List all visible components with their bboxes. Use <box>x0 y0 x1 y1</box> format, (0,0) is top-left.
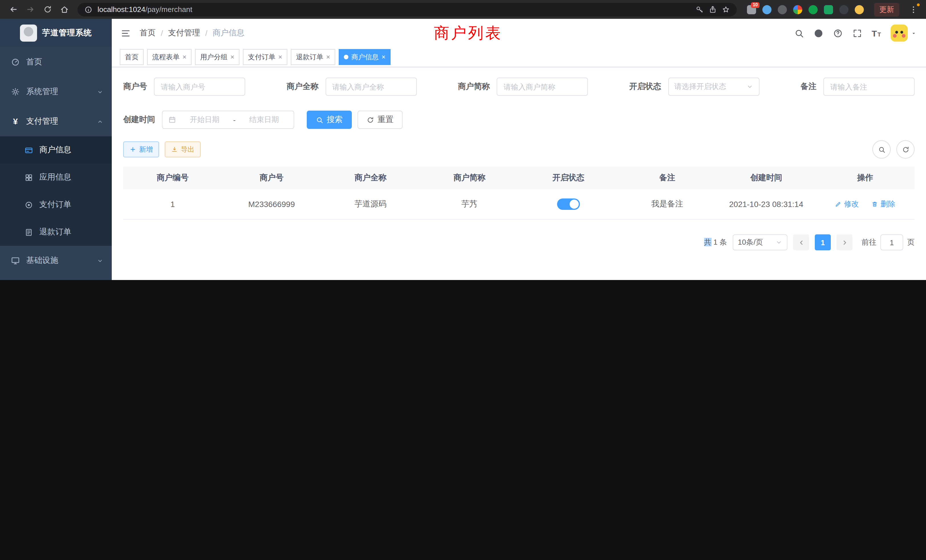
col-short-name: 商户简称 <box>420 166 519 189</box>
breadcrumb-merchant: 商户信息 <box>213 28 245 38</box>
pagination-total: 共 1 条 <box>704 237 727 248</box>
breadcrumb: 首页 / 支付管理 / 商户信息 <box>140 28 245 38</box>
page-content: 商户号 商户全称 商户简称 开启状态 请选择开启状态 <box>112 67 926 280</box>
extension-icon-4[interactable] <box>793 5 802 14</box>
merchant-short-label: 商户简称 <box>458 82 490 92</box>
font-size-icon[interactable]: T T <box>872 29 881 37</box>
remark-label: 备注 <box>800 82 817 92</box>
filter-merchant-name: 商户全称 <box>286 77 416 96</box>
user-menu[interactable] <box>891 24 917 42</box>
github-icon[interactable] <box>813 28 823 38</box>
search-icon <box>316 116 323 123</box>
filter-create-time: 创建时间 开始日期 - 结束日期 <box>123 110 294 129</box>
address-bar[interactable]: localhost:1024/pay/merchant <box>77 3 737 16</box>
tab-home[interactable]: 首页 <box>120 49 144 65</box>
merchant-no-label: 商户号 <box>123 82 147 92</box>
browser-update-button[interactable]: 更新 <box>874 3 899 16</box>
add-button[interactable]: 新增 <box>123 141 159 157</box>
date-range-picker[interactable]: 开始日期 - 结束日期 <box>162 110 294 129</box>
search-icon[interactable] <box>794 28 804 38</box>
target-icon <box>24 200 33 209</box>
tab-pay-order[interactable]: 支付订单 × <box>243 49 287 65</box>
extension-icon-1[interactable]: 10 <box>747 5 756 14</box>
password-key-icon[interactable] <box>696 5 704 14</box>
site-info-icon[interactable] <box>85 5 92 14</box>
close-icon[interactable]: × <box>326 54 330 61</box>
refresh-table-button[interactable] <box>896 140 915 159</box>
sidebar-item-dev-tools[interactable]: 研发工具 <box>0 275 112 280</box>
breadcrumb-home[interactable]: 首页 <box>140 28 156 38</box>
reload-icon <box>43 5 51 14</box>
chevron-down-icon <box>775 239 782 246</box>
delete-link[interactable]: 删除 <box>871 199 895 209</box>
sidebar-item-pay-order[interactable]: 支付订单 <box>0 191 112 218</box>
search-button[interactable]: 搜索 <box>307 110 352 129</box>
page-number-button[interactable]: 1 <box>815 235 831 250</box>
extension-icon-6[interactable] <box>824 5 833 14</box>
hamburger-icon[interactable] <box>121 28 130 38</box>
status-placeholder: 请选择开启状态 <box>674 82 726 92</box>
tab-process-form[interactable]: 流程表单 × <box>147 49 192 65</box>
sidebar-item-merchant-info[interactable]: 商户信息 <box>0 136 112 163</box>
url-text: localhost:1024/pay/merchant <box>97 5 192 14</box>
merchant-short-input[interactable] <box>497 77 588 96</box>
status-select[interactable]: 请选择开启状态 <box>668 77 759 96</box>
share-icon[interactable] <box>709 5 717 14</box>
tab-user-group[interactable]: 用户分组 × <box>195 49 239 65</box>
reset-button[interactable]: 重置 <box>357 110 402 129</box>
sidebar-item-app-info[interactable]: 应用信息 <box>0 163 112 191</box>
extension-icon-8[interactable] <box>855 5 864 14</box>
remark-input[interactable] <box>823 77 915 96</box>
extension-icon-5[interactable] <box>808 5 818 14</box>
sidebar-item-refund-order[interactable]: 退款订单 <box>0 218 112 246</box>
goto-page-input[interactable] <box>881 235 903 250</box>
extension-icon-7[interactable] <box>839 5 849 14</box>
filter-merchant-short: 商户简称 <box>458 77 588 96</box>
toggle-search-button[interactable] <box>872 140 891 159</box>
tab-refund-order[interactable]: 退款订单 × <box>291 49 335 65</box>
status-toggle[interactable] <box>557 198 580 210</box>
grid-icon <box>24 173 33 182</box>
close-icon[interactable]: × <box>183 54 186 61</box>
close-icon[interactable]: × <box>381 54 386 61</box>
extension-icon-3[interactable] <box>778 5 787 14</box>
sidebar-item-home[interactable]: 首页 <box>0 47 112 77</box>
merchant-name-input[interactable] <box>325 77 416 96</box>
home-icon <box>60 5 69 14</box>
sidebar-logo[interactable]: 芋道管理系统 <box>0 19 112 47</box>
edit-link[interactable]: 修改 <box>835 199 859 209</box>
extension-badge: 10 <box>751 2 760 8</box>
browser-home-button[interactable] <box>57 2 72 17</box>
export-button[interactable]: 导出 <box>165 141 201 157</box>
bookmark-star-icon[interactable] <box>722 5 730 14</box>
cell-status <box>519 189 618 219</box>
tags-bar: 首页 流程表单 × 用户分组 × 支付订单 × 退款订单 × <box>112 47 926 67</box>
extension-icon-2[interactable] <box>763 5 772 14</box>
navbar-actions: T T <box>794 24 917 42</box>
sidebar-item-label: 商户信息 <box>39 145 71 155</box>
caret-down-icon <box>911 30 917 36</box>
next-page-button[interactable] <box>837 235 852 250</box>
help-icon[interactable] <box>833 28 843 38</box>
prev-page-button[interactable] <box>793 235 809 250</box>
browser-forward-button[interactable] <box>23 2 38 17</box>
payment-submenu: 商户信息 应用信息 支付订单 退款订单 <box>0 136 112 246</box>
chevron-up-icon <box>97 118 103 125</box>
sidebar-item-payment[interactable]: ¥ 支付管理 <box>0 107 112 136</box>
pagination-goto: 前往 页 <box>862 235 915 250</box>
fullscreen-icon[interactable] <box>852 28 862 38</box>
merchant-no-input[interactable] <box>154 77 245 96</box>
close-icon[interactable]: × <box>278 54 282 61</box>
sidebar-item-system[interactable]: 系统管理 <box>0 77 112 107</box>
table-tools <box>872 140 915 159</box>
tab-merchant-info[interactable]: 商户信息 × <box>339 49 390 65</box>
browser-menu-button[interactable] <box>906 2 921 17</box>
page-size-select[interactable]: 10条/页 <box>733 235 787 250</box>
browser-reload-button[interactable] <box>40 2 55 17</box>
breadcrumb-payment[interactable]: 支付管理 <box>168 28 200 38</box>
browser-back-button[interactable] <box>6 2 21 17</box>
close-icon[interactable]: × <box>230 54 235 61</box>
avatar[interactable] <box>891 24 908 42</box>
sidebar-item-infrastructure[interactable]: 基础设施 <box>0 246 112 275</box>
sidebar-item-label: 退款订单 <box>39 227 71 237</box>
